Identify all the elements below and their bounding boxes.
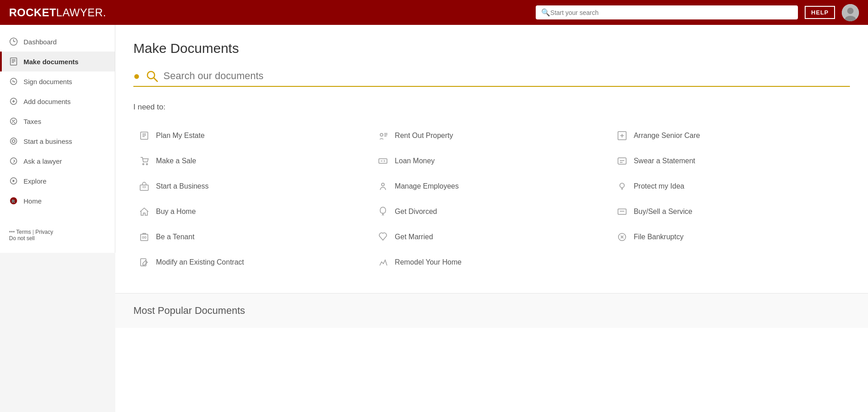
svg-rect-28 (141, 234, 148, 241)
sidebar-item-home-label: Home (24, 197, 42, 205)
need-manage-employees[interactable]: Manage Employees (372, 174, 611, 199)
need-rent-property[interactable]: Rent Out Property (372, 123, 611, 148)
sidebar-item-taxes[interactable]: Taxes (0, 111, 115, 131)
sidebar-wrapper: Dashboard Make documents (0, 25, 115, 412)
need-start-business[interactable]: Start a Business (133, 174, 372, 199)
sidebar-item-ask-a-lawyer[interactable]: Ask a lawyer (0, 151, 115, 171)
svg-rect-22 (618, 158, 626, 164)
start-biz-icon (138, 180, 151, 193)
sidebar-item-add-documents-label: Add documents (24, 98, 71, 105)
sidebar: Dashboard Make documents (0, 25, 115, 253)
needs-grid: Plan My Estate Rent Out Property Arrange… (133, 123, 850, 275)
ask-a-lawyer-icon (9, 156, 18, 166)
sidebar-item-make-documents-label: Make documents (24, 58, 79, 66)
need-manage-employees-label: Manage Employees (395, 182, 458, 190)
senior-care-icon (616, 129, 628, 142)
need-get-divorced-label: Get Divorced (395, 208, 437, 216)
doc-search-icon: ● (133, 70, 140, 82)
need-be-tenant[interactable]: Be a Tenant (133, 224, 372, 250)
header: ROCKETLAWYER. 🔍 HELP (0, 0, 868, 25)
logo[interactable]: ROCKETLAWYER. (9, 6, 106, 19)
svg-rect-27 (618, 209, 626, 214)
sidebar-item-home[interactable]: R Home (0, 191, 115, 211)
need-swear-statement[interactable]: Swear a Statement (611, 148, 850, 174)
need-loan-money-label: Loan Money (395, 157, 434, 165)
ellipsis-icon: ••• (9, 229, 15, 235)
sidebar-item-dashboard[interactable]: Dashboard (0, 32, 115, 52)
sidebar-item-make-documents[interactable]: Make documents (0, 52, 115, 71)
global-search-input[interactable] (550, 9, 793, 16)
document-search-bar[interactable]: ● (133, 70, 850, 87)
sidebar-item-explore[interactable]: Explore (0, 171, 115, 191)
sign-documents-icon (9, 77, 18, 86)
sidebar-item-start-a-business-label: Start a business (24, 137, 72, 145)
sale-icon (138, 155, 151, 167)
swear-icon (616, 155, 628, 167)
sidebar-footer: ••• Terms | Privacy Do not sell (0, 224, 115, 246)
need-buy-home-label: Buy a Home (156, 208, 196, 216)
svg-point-17 (380, 133, 383, 136)
need-arrange-senior-care[interactable]: Arrange Senior Care (611, 123, 850, 148)
need-buy-sell-service-label: Buy/Sell a Service (634, 208, 693, 216)
i-need-to-label: I need to: (133, 103, 850, 112)
modify-icon (138, 256, 151, 269)
most-popular-title: Most Popular Documents (133, 305, 850, 317)
add-documents-icon (9, 97, 18, 106)
need-buy-home[interactable]: Buy a Home (133, 199, 372, 224)
sidebar-item-dashboard-label: Dashboard (24, 38, 57, 46)
need-get-divorced[interactable]: Get Divorced (372, 199, 611, 224)
need-modify-contract[interactable]: Modify an Existing Contract (133, 250, 372, 275)
logo-bold: ROCKET (9, 6, 56, 19)
married-icon (377, 231, 389, 243)
need-file-bankruptcy-label: File Bankruptcy (634, 233, 684, 241)
bankruptcy-icon (616, 231, 628, 243)
sidebar-item-sign-documents[interactable]: Sign documents (0, 71, 115, 91)
svg-point-9 (10, 158, 17, 164)
svg-point-19 (143, 164, 144, 165)
need-arrange-senior-care-label: Arrange Senior Care (634, 132, 700, 140)
need-empty (611, 250, 850, 275)
need-rent-property-label: Rent Out Property (395, 132, 453, 140)
home-buy-icon (138, 205, 151, 218)
sidebar-item-add-documents[interactable]: Add documents (0, 91, 115, 111)
estate-icon (138, 129, 151, 142)
need-make-sale[interactable]: Make a Sale (133, 148, 372, 174)
logo-light: LAWYER. (56, 6, 106, 19)
need-remodel-home-label: Remodel Your Home (395, 258, 462, 266)
loan-icon (377, 155, 389, 167)
sidebar-item-sign-documents-label: Sign documents (24, 78, 72, 85)
global-search-icon: 🔍 (541, 8, 550, 17)
need-swear-statement-label: Swear a Statement (634, 157, 695, 165)
dashboard-icon (9, 37, 18, 46)
need-start-business-label: Start a Business (156, 182, 209, 190)
document-search-input[interactable] (164, 70, 850, 82)
need-file-bankruptcy[interactable]: File Bankruptcy (611, 224, 850, 250)
need-remodel-home[interactable]: Remodel Your Home (372, 250, 611, 275)
svg-text:R: R (12, 199, 15, 204)
need-get-married[interactable]: Get Married (372, 224, 611, 250)
svg-rect-16 (141, 132, 148, 139)
explore-icon (9, 176, 18, 185)
do-not-sell-link[interactable]: Do not sell (9, 235, 35, 242)
sidebar-item-ask-a-lawyer-label: Ask a lawyer (24, 157, 62, 165)
avatar[interactable] (842, 4, 859, 21)
svg-rect-21 (379, 159, 387, 163)
need-loan-money[interactable]: Loan Money (372, 148, 611, 174)
remodel-icon (377, 256, 389, 269)
rent-icon (377, 129, 389, 142)
need-protect-idea-label: Protect my Idea (634, 182, 684, 190)
sidebar-item-start-a-business[interactable]: Start a business (0, 131, 115, 151)
need-get-married-label: Get Married (395, 233, 433, 241)
page-title: Make Documents (133, 41, 850, 56)
privacy-link[interactable]: Privacy (35, 229, 53, 235)
need-buy-sell-service[interactable]: Buy/Sell a Service (611, 199, 850, 224)
need-protect-idea[interactable]: Protect my Idea (611, 174, 850, 199)
terms-link[interactable]: Terms (16, 229, 31, 235)
idea-icon (616, 180, 628, 193)
help-button[interactable]: HELP (805, 6, 835, 19)
svg-point-20 (146, 164, 148, 165)
global-search-bar[interactable]: 🔍 (536, 5, 798, 19)
start-a-business-icon (9, 137, 18, 146)
need-plan-estate[interactable]: Plan My Estate (133, 123, 372, 148)
home-icon: R (9, 196, 18, 205)
